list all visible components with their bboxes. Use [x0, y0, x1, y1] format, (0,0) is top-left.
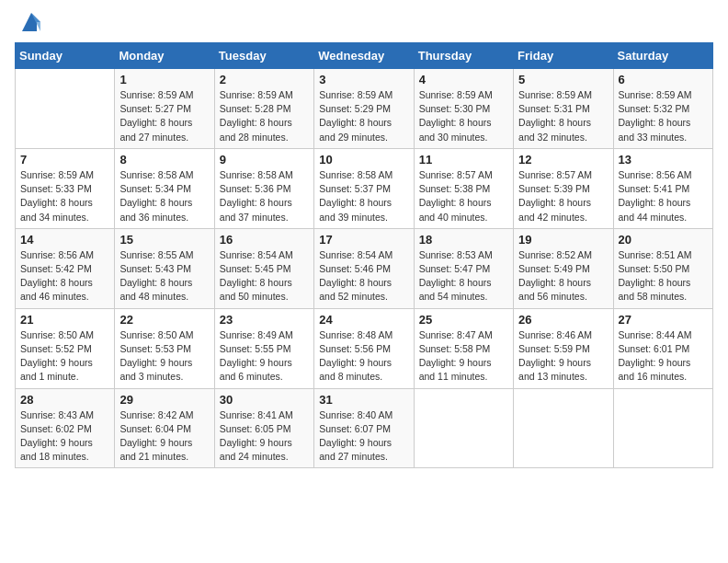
calendar-cell: 27Sunrise: 8:44 AMSunset: 6:01 PMDayligh…: [613, 308, 712, 388]
day-info: Sunrise: 8:59 AMSunset: 5:32 PMDaylight:…: [619, 88, 708, 144]
day-info: Sunrise: 8:50 AMSunset: 5:53 PMDaylight:…: [119, 328, 209, 385]
day-number: 12: [518, 153, 608, 167]
calendar-cell: 16Sunrise: 8:54 AMSunset: 5:45 PMDayligh…: [214, 228, 313, 308]
calendar-cell: 21Sunrise: 8:50 AMSunset: 5:52 PMDayligh…: [16, 308, 115, 388]
header-wednesday: Wednesday: [314, 43, 414, 69]
day-info: Sunrise: 8:55 AMSunset: 5:43 PMDaylight:…: [119, 248, 209, 304]
day-info: Sunrise: 8:46 AMSunset: 5:59 PMDaylight:…: [518, 328, 608, 385]
day-info: Sunrise: 8:43 AMSunset: 6:02 PMDaylight:…: [20, 408, 109, 465]
calendar-cell: 29Sunrise: 8:42 AMSunset: 6:04 PMDayligh…: [115, 388, 214, 468]
day-info: Sunrise: 8:52 AMSunset: 5:49 PMDaylight:…: [518, 248, 608, 304]
calendar-cell: 30Sunrise: 8:41 AMSunset: 6:05 PMDayligh…: [214, 388, 313, 468]
day-number: 10: [319, 153, 408, 167]
logo: [15, 13, 44, 35]
logo-icon: [18, 9, 44, 35]
header-friday: Friday: [514, 43, 613, 69]
day-number: 21: [20, 313, 109, 327]
day-info: Sunrise: 8:58 AMSunset: 5:37 PMDaylight:…: [319, 168, 408, 224]
day-number: 25: [419, 313, 508, 327]
day-info: Sunrise: 8:58 AMSunset: 5:34 PMDaylight:…: [119, 168, 209, 224]
day-number: 11: [419, 153, 508, 167]
header-thursday: Thursday: [414, 43, 513, 69]
day-info: Sunrise: 8:53 AMSunset: 5:47 PMDaylight:…: [419, 248, 508, 304]
day-number: 15: [119, 233, 209, 247]
day-number: 24: [319, 313, 408, 327]
day-info: Sunrise: 8:44 AMSunset: 6:01 PMDaylight:…: [619, 328, 708, 385]
calendar-cell: 17Sunrise: 8:54 AMSunset: 5:46 PMDayligh…: [314, 228, 414, 308]
day-info: Sunrise: 8:59 AMSunset: 5:29 PMDaylight:…: [319, 88, 408, 144]
day-number: 14: [20, 233, 109, 247]
day-number: 29: [119, 393, 209, 407]
day-number: 13: [619, 153, 708, 167]
day-number: 8: [119, 153, 209, 167]
calendar-cell: 7Sunrise: 8:59 AMSunset: 5:33 PMDaylight…: [16, 148, 115, 228]
day-number: 7: [20, 153, 109, 167]
day-info: Sunrise: 8:56 AMSunset: 5:42 PMDaylight:…: [20, 248, 109, 304]
week-row-0: 1Sunrise: 8:59 AMSunset: 5:27 PMDaylight…: [16, 69, 713, 149]
day-info: Sunrise: 8:59 AMSunset: 5:27 PMDaylight:…: [119, 88, 209, 144]
calendar-cell: 10Sunrise: 8:58 AMSunset: 5:37 PMDayligh…: [314, 148, 414, 228]
calendar-cell: [16, 69, 115, 149]
calendar-header-row: SundayMondayTuesdayWednesdayThursdayFrid…: [16, 43, 713, 69]
calendar-table: SundayMondayTuesdayWednesdayThursdayFrid…: [15, 42, 713, 468]
calendar-cell: 15Sunrise: 8:55 AMSunset: 5:43 PMDayligh…: [115, 228, 214, 308]
day-info: Sunrise: 8:54 AMSunset: 5:45 PMDaylight:…: [220, 248, 309, 304]
calendar-cell: 12Sunrise: 8:57 AMSunset: 5:39 PMDayligh…: [514, 148, 613, 228]
day-info: Sunrise: 8:57 AMSunset: 5:39 PMDaylight:…: [518, 168, 608, 224]
calendar-cell: 18Sunrise: 8:53 AMSunset: 5:47 PMDayligh…: [414, 228, 513, 308]
calendar-cell: [514, 388, 613, 468]
day-number: 23: [220, 313, 309, 327]
calendar-cell: 26Sunrise: 8:46 AMSunset: 5:59 PMDayligh…: [514, 308, 613, 388]
calendar-cell: 3Sunrise: 8:59 AMSunset: 5:29 PMDaylight…: [314, 69, 414, 149]
header-tuesday: Tuesday: [214, 43, 313, 69]
day-info: Sunrise: 8:59 AMSunset: 5:33 PMDaylight:…: [20, 168, 109, 224]
calendar-cell: 31Sunrise: 8:40 AMSunset: 6:07 PMDayligh…: [314, 388, 414, 468]
week-row-4: 28Sunrise: 8:43 AMSunset: 6:02 PMDayligh…: [16, 388, 713, 468]
day-number: 2: [220, 73, 309, 86]
day-info: Sunrise: 8:40 AMSunset: 6:07 PMDaylight:…: [319, 408, 408, 465]
day-number: 4: [419, 73, 508, 86]
calendar-cell: 5Sunrise: 8:59 AMSunset: 5:31 PMDaylight…: [514, 69, 613, 149]
day-number: 27: [619, 313, 708, 327]
day-number: 16: [220, 233, 309, 247]
day-info: Sunrise: 8:54 AMSunset: 5:46 PMDaylight:…: [319, 248, 408, 304]
day-info: Sunrise: 8:51 AMSunset: 5:50 PMDaylight:…: [619, 248, 708, 304]
day-info: Sunrise: 8:59 AMSunset: 5:28 PMDaylight:…: [220, 88, 309, 144]
calendar-cell: 28Sunrise: 8:43 AMSunset: 6:02 PMDayligh…: [16, 388, 115, 468]
calendar-cell: 14Sunrise: 8:56 AMSunset: 5:42 PMDayligh…: [16, 228, 115, 308]
day-info: Sunrise: 8:48 AMSunset: 5:56 PMDaylight:…: [319, 328, 408, 385]
calendar-cell: [414, 388, 513, 468]
calendar-cell: 2Sunrise: 8:59 AMSunset: 5:28 PMDaylight…: [214, 69, 313, 149]
calendar-cell: 19Sunrise: 8:52 AMSunset: 5:49 PMDayligh…: [514, 228, 613, 308]
day-number: 22: [119, 313, 209, 327]
day-info: Sunrise: 8:59 AMSunset: 5:30 PMDaylight:…: [419, 88, 508, 144]
page-header: [15, 9, 713, 35]
calendar-cell: 9Sunrise: 8:58 AMSunset: 5:36 PMDaylight…: [214, 148, 313, 228]
day-number: 17: [319, 233, 408, 247]
day-number: 6: [619, 73, 708, 86]
day-info: Sunrise: 8:47 AMSunset: 5:58 PMDaylight:…: [419, 328, 508, 385]
day-number: 5: [518, 73, 608, 86]
calendar-cell: 8Sunrise: 8:58 AMSunset: 5:34 PMDaylight…: [115, 148, 214, 228]
day-number: 30: [220, 393, 309, 407]
day-number: 19: [518, 233, 608, 247]
calendar-cell: 22Sunrise: 8:50 AMSunset: 5:53 PMDayligh…: [115, 308, 214, 388]
week-row-1: 7Sunrise: 8:59 AMSunset: 5:33 PMDaylight…: [16, 148, 713, 228]
header-monday: Monday: [115, 43, 214, 69]
week-row-3: 21Sunrise: 8:50 AMSunset: 5:52 PMDayligh…: [16, 308, 713, 388]
header-saturday: Saturday: [613, 43, 712, 69]
day-number: 26: [518, 313, 608, 327]
day-info: Sunrise: 8:41 AMSunset: 6:05 PMDaylight:…: [220, 408, 309, 465]
calendar-cell: 20Sunrise: 8:51 AMSunset: 5:50 PMDayligh…: [613, 228, 712, 308]
calendar-cell: 25Sunrise: 8:47 AMSunset: 5:58 PMDayligh…: [414, 308, 513, 388]
day-info: Sunrise: 8:42 AMSunset: 6:04 PMDaylight:…: [119, 408, 209, 465]
day-number: 18: [419, 233, 508, 247]
day-info: Sunrise: 8:58 AMSunset: 5:36 PMDaylight:…: [220, 168, 309, 224]
day-info: Sunrise: 8:50 AMSunset: 5:52 PMDaylight:…: [20, 328, 109, 385]
calendar-cell: 6Sunrise: 8:59 AMSunset: 5:32 PMDaylight…: [613, 69, 712, 149]
calendar-cell: 24Sunrise: 8:48 AMSunset: 5:56 PMDayligh…: [314, 308, 414, 388]
calendar-cell: [613, 388, 712, 468]
day-info: Sunrise: 8:57 AMSunset: 5:38 PMDaylight:…: [419, 168, 508, 224]
day-number: 3: [319, 73, 408, 86]
calendar-cell: 4Sunrise: 8:59 AMSunset: 5:30 PMDaylight…: [414, 69, 513, 149]
